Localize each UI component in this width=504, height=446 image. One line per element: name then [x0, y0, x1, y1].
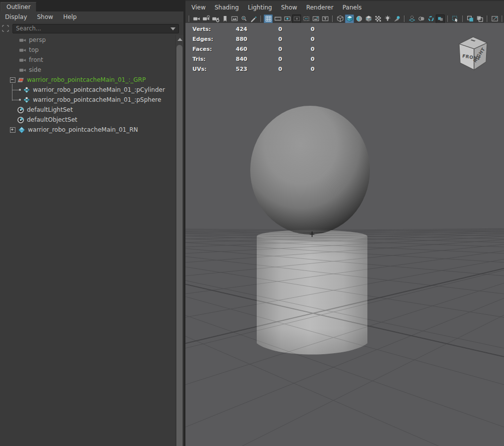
lock-camera-icon[interactable] [201, 14, 210, 23]
viewport-menu-renderer[interactable]: Renderer [302, 4, 338, 11]
hud-label: Tris: [192, 56, 227, 62]
motion-blur-icon[interactable] [417, 14, 426, 23]
view-cube[interactable]: FRONT RIGHT [452, 31, 494, 77]
exposure-icon[interactable] [490, 14, 499, 23]
tree-item-warrior-robo-pointcachemain-01-rn[interactable]: warrior_robo_pointcacheMain_01_RN [0, 125, 174, 135]
expand-plus-icon[interactable] [10, 127, 15, 133]
field-chart-icon[interactable] [302, 14, 311, 23]
gate-mask-icon[interactable] [292, 14, 301, 23]
safe-action-icon[interactable] [311, 14, 320, 23]
tree-connector-dot [19, 89, 21, 91]
viewport-menu-lighting[interactable]: Lighting [243, 4, 277, 11]
grease-pencil-icon[interactable] [249, 14, 258, 23]
image-plane-icon[interactable] [230, 14, 239, 23]
set-icon [17, 106, 24, 114]
outliner-menu-display[interactable]: Display [4, 13, 32, 20]
camera-attributes-icon[interactable] [211, 14, 220, 23]
tree-connector-dot [19, 99, 21, 101]
viewport-canvas[interactable]: Verts:42400Edges:88000Faces:46000Tris:84… [185, 23, 504, 446]
hud-row-faces: Faces:46000 [192, 44, 315, 54]
tree-item-label[interactable]: side [29, 66, 41, 73]
camera-icon [19, 56, 26, 64]
wireframe-on-shaded-icon[interactable] [354, 14, 363, 23]
wireframe-cube-icon[interactable] [336, 14, 344, 23]
camera-icon [19, 36, 26, 44]
viewport-menu-panels[interactable]: Panels [338, 4, 366, 11]
safe-title-icon[interactable] [321, 14, 330, 23]
outliner-scrollbar[interactable] [175, 35, 183, 446]
scene-render [185, 23, 504, 446]
hud-value: 424 [227, 26, 247, 32]
scroll-up-arrow-icon[interactable] [176, 36, 183, 43]
toolbar-separator [260, 15, 262, 22]
scrollbar-thumb[interactable] [176, 45, 182, 446]
hud-value: 840 [227, 56, 247, 62]
hud-row-verts: Verts:42400 [192, 24, 315, 34]
toolbar-separator [502, 15, 503, 22]
transform-ref-icon [17, 76, 24, 84]
hud-label: Verts: [192, 26, 227, 32]
outliner-tab[interactable]: Outliner [0, 2, 36, 11]
smooth-shade-icon[interactable] [345, 14, 354, 23]
bookmark-icon[interactable] [220, 14, 229, 23]
tree-item-defaultobjectset[interactable]: defaultObjectSet [0, 115, 174, 125]
tree-item-label[interactable]: persp [29, 36, 46, 43]
outliner-menu-help[interactable]: Help [62, 13, 82, 20]
anti-aliasing-icon[interactable] [426, 14, 435, 23]
tree-item-warrior-robo-pointcachemain-01-grp[interactable]: warrior_robo_pointcacheMain_01_:_GRP [0, 75, 174, 85]
grid-display-icon[interactable] [264, 14, 273, 23]
pan-zoom-icon[interactable] [239, 14, 248, 23]
hud-value: 0 [282, 56, 315, 62]
collapse-minus-icon[interactable] [10, 77, 15, 83]
toolbar-separator [487, 15, 488, 22]
tree-item-persp[interactable]: persp [0, 35, 174, 45]
tree-item-warrior-robo-pointcachemain-01-pcylinder[interactable]: warrior_robo_pointcacheMain_01_:pCylinde… [0, 85, 174, 95]
hud-row-tris: Tris:84000 [192, 54, 315, 64]
tree-item-label[interactable]: warrior_robo_pointcacheMain_01_:pCylinde… [33, 86, 165, 93]
tree-item-label[interactable]: defaultObjectSet [27, 116, 77, 123]
all-lights-icon[interactable] [383, 14, 392, 23]
viewport-topbar: ViewShadingLightingShowRendererPanels [185, 0, 504, 23]
tree-item-label[interactable]: warrior_robo_pointcacheMain_01_:_GRP [27, 76, 146, 83]
hud-value: 0 [247, 56, 282, 62]
search-input[interactable] [12, 24, 179, 33]
viewport-panel: ViewShadingLightingShowRendererPanels [185, 0, 504, 446]
hud-label: Edges: [192, 36, 227, 42]
resolution-gate-icon[interactable] [283, 14, 292, 23]
viewport-menu-view[interactable]: View [187, 4, 210, 11]
isolate-select-icon[interactable] [451, 14, 460, 23]
outliner-menu-show[interactable]: Show [36, 13, 58, 20]
hud-value: 0 [247, 36, 282, 42]
film-gate-icon[interactable] [273, 14, 282, 23]
tree-item-label[interactable]: top [29, 46, 39, 53]
shadows-icon[interactable] [392, 14, 401, 23]
select-camera-icon[interactable] [192, 14, 201, 23]
tree-item-front[interactable]: front [0, 55, 174, 65]
filter-icon[interactable] [1, 24, 9, 32]
tree-item-label[interactable]: defaultLightSet [27, 106, 73, 113]
ssao-icon[interactable] [407, 14, 416, 23]
viewport-menu-show[interactable]: Show [277, 4, 302, 11]
tree-item-label[interactable]: warrior_robo_pointcacheMain_01_RN [28, 126, 138, 133]
viewport-toolbar [185, 13, 504, 24]
search-field[interactable] [15, 24, 167, 33]
tree-item-label[interactable]: front [29, 56, 43, 63]
chevron-down-icon[interactable] [170, 27, 175, 30]
xray-joints-icon[interactable] [475, 14, 484, 23]
xray-icon[interactable] [466, 14, 475, 23]
tree-item-top[interactable]: top [0, 45, 174, 55]
depth-of-field-icon[interactable] [436, 14, 445, 23]
tree-connector-line [12, 84, 12, 101]
hud-value: 0 [282, 66, 315, 72]
hud-value: 523 [227, 66, 247, 72]
tree-item-warrior-robo-pointcachemain-01-psphere[interactable]: warrior_robo_pointcacheMain_01_:pSphere [0, 95, 174, 105]
viewport-menu-shading[interactable]: Shading [210, 4, 243, 11]
textured-cube-icon[interactable] [364, 14, 373, 23]
hud-label: UVs: [192, 66, 227, 72]
use-default-material-icon[interactable] [373, 14, 382, 23]
tree-item-defaultlightset[interactable]: defaultLightSet [0, 105, 174, 115]
toolbar-separator [462, 15, 464, 22]
outliner-tree: persptopfrontsidewarrior_robo_pointcache… [0, 35, 174, 446]
tree-item-label[interactable]: warrior_robo_pointcacheMain_01_:pSphere [33, 96, 161, 103]
tree-item-side[interactable]: side [0, 65, 174, 75]
